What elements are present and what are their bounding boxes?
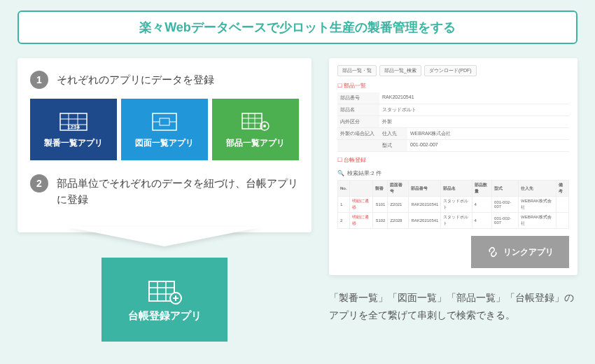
link-icon <box>486 246 499 258</box>
table-header <box>349 181 373 197</box>
kv-val: 外製 <box>379 116 569 127</box>
svg-rect-10 <box>242 113 262 129</box>
table-cell: 4 <box>472 213 492 229</box>
table-cell: スタッドボルト <box>441 197 472 213</box>
ss-section-heading: ☐ 台帳登録 <box>337 156 569 164</box>
table-header: 部品名 <box>441 181 472 197</box>
table-cell: RAK20210541 <box>409 197 441 213</box>
step-number-badge: 1 <box>30 71 48 89</box>
tile-seiban-list[interactable]: 1234 製番一覧アプリ <box>30 99 117 160</box>
kv-key: 部品名 <box>337 104 379 115</box>
description-text: 「製番一覧」「図面一覧」「部品一覧」「台帳登録」のアプリを全て繋げて串刺しで検索… <box>329 289 578 324</box>
table-header: 図面番号 <box>388 181 409 197</box>
kv-key: 部品番号 <box>337 92 379 104</box>
step-text: それぞれのアプリにデータを登録 <box>57 71 214 88</box>
screenshot-tabs: 部品一覧・覧 部品一覧_検索 ダウンロード(PDF) <box>337 65 569 76</box>
svg-rect-7 <box>160 118 169 125</box>
svg-text:1234: 1234 <box>67 124 80 130</box>
table-cell: WEBRAK株式会社 <box>519 213 556 229</box>
table-header: 仕入先 <box>519 181 556 197</box>
ss-section-heading: ☐ 部品一覧 <box>337 82 569 90</box>
page-title: 楽々Webデータベースで少ロット生産の製番管理をする <box>18 10 578 44</box>
results-table: No.製番図面番号部品番号部品名部品数量型式仕入先備考 1明細に遷移S101Z2… <box>337 180 569 229</box>
spreadsheet-gear-icon <box>241 111 270 133</box>
tile-parts-list[interactable]: 部品一覧アプリ <box>212 99 299 160</box>
app-screenshot: 部品一覧・覧 部品一覧_検索 ダウンロード(PDF) ☐ 部品一覧 部品番号RA… <box>329 58 578 275</box>
app-tiles-row: 1234 製番一覧アプリ 図面一覧アプリ 部品一覧アプリ <box>30 99 299 160</box>
table-cell <box>556 197 568 213</box>
table-cell: S102 <box>373 213 388 229</box>
table-cell <box>556 213 568 229</box>
table-cell: スタッドボルト <box>441 213 472 229</box>
tile-label: 図面一覧アプリ <box>135 137 194 149</box>
kv-key: 外製の場合記入 <box>337 128 379 139</box>
tile-label: 台帳登録アプリ <box>128 309 202 323</box>
main-columns: 1 それぞれのアプリにデータを登録 1234 製番一覧アプリ 図面一覧アプリ 部… <box>18 58 578 342</box>
blueprint-icon <box>150 111 179 133</box>
table-cell: 2 <box>338 213 350 229</box>
tile-label: 部品一覧アプリ <box>226 137 285 149</box>
table-header: 部品数量 <box>472 181 492 197</box>
table-row[interactable]: 2明細に遷移S102Z2028RAK20210541スタッドボルト4001-00… <box>338 213 569 229</box>
table-cell: 明細に遷移 <box>349 213 373 229</box>
search-result-count: 🔍検索結果:2 件 <box>337 169 569 177</box>
steps-card: 1 それぞれのアプリにデータを登録 1234 製番一覧アプリ 図面一覧アプリ 部… <box>18 58 312 232</box>
spreadsheet-1234-icon: 1234 <box>59 111 88 133</box>
table-cell: Z2028 <box>388 213 409 229</box>
ledger-tile-wrap: 台帳登録アプリ <box>18 258 312 342</box>
table-cell: 001-002-007 <box>492 213 519 229</box>
tile-drawing-list[interactable]: 図面一覧アプリ <box>121 99 208 160</box>
kv-val: WEBRAK株式会社 <box>407 128 569 139</box>
step-1: 1 それぞれのアプリにデータを登録 <box>30 71 299 89</box>
kv-key: 内外区分 <box>337 116 379 127</box>
search-icon: 🔍 <box>337 170 344 176</box>
ss-tab[interactable]: 部品一覧_検索 <box>379 65 421 76</box>
step-number-badge: 2 <box>30 174 48 192</box>
step-2: 2 部品単位でそれぞれのデータを紐づけ、台帳アプリに登録 <box>30 174 299 207</box>
table-header: 備考 <box>556 181 568 197</box>
ss-tab[interactable]: ダウンロード(PDF) <box>424 65 477 76</box>
arrow-down-icon <box>66 227 262 246</box>
table-header: No. <box>338 181 350 197</box>
table-cell: WEBRAK株式会社 <box>519 197 556 213</box>
kv-val: RAK20210541 <box>379 92 569 104</box>
kv-val: スタッドボルト <box>379 104 569 115</box>
kv-val: 001-002-007 <box>407 140 569 151</box>
table-cell: S101 <box>373 197 388 213</box>
svg-point-16 <box>263 125 266 127</box>
tile-label: 製番一覧アプリ <box>44 137 103 149</box>
table-cell: 明細に遷移 <box>349 197 373 213</box>
ss-tab[interactable]: 部品一覧・覧 <box>337 65 377 76</box>
right-column: 部品一覧・覧 部品一覧_検索 ダウンロード(PDF) ☐ 部品一覧 部品番号RA… <box>329 58 578 342</box>
spreadsheet-plus-icon <box>146 277 183 305</box>
kv-key: 仕入先 <box>379 128 407 139</box>
detail-rows: 部品番号RAK20210541 部品名スタッドボルト 内外区分外製 外製の場合記… <box>337 92 569 152</box>
table-header: 製番 <box>373 181 388 197</box>
table-cell: Z2021 <box>388 197 409 213</box>
table-header: 部品番号 <box>409 181 441 197</box>
tile-ledger-register[interactable]: 台帳登録アプリ <box>102 258 227 342</box>
link-app-chip[interactable]: リンクアプリ <box>471 236 569 268</box>
table-cell: RAK20210541 <box>409 213 441 229</box>
table-cell: 1 <box>338 197 350 213</box>
step-text: 部品単位でそれぞれのデータを紐づけ、台帳アプリに登録 <box>57 174 299 207</box>
table-cell: 4 <box>472 197 492 213</box>
left-column: 1 それぞれのアプリにデータを登録 1234 製番一覧アプリ 図面一覧アプリ 部… <box>18 58 312 342</box>
table-cell: 001-002-007 <box>492 197 519 213</box>
kv-key: 型式 <box>379 140 407 151</box>
table-row[interactable]: 1明細に遷移S101Z2021RAK20210541スタッドボルト4001-00… <box>338 197 569 213</box>
link-chip-label: リンクアプリ <box>503 246 554 258</box>
table-header: 型式 <box>492 181 519 197</box>
